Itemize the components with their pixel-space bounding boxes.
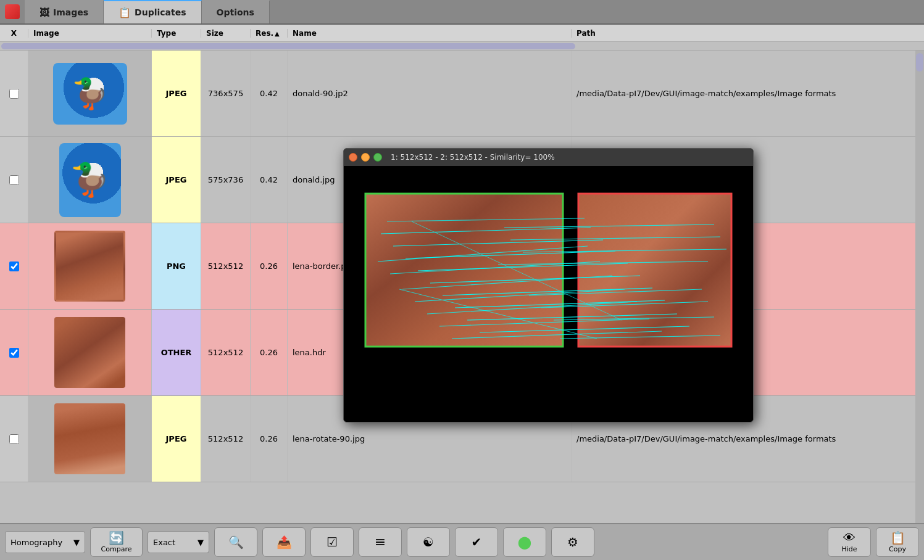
algorithm-dropdown-arrow: ▼ [73, 538, 80, 547]
col-header-x: X [0, 29, 28, 38]
export-button[interactable]: 📤 [262, 527, 306, 557]
multi-icon: ⚙ [567, 536, 578, 548]
hide-label: Hide [841, 545, 857, 553]
compare-button[interactable]: 🔄 Compare [90, 527, 143, 557]
row-size: 512x512 [201, 310, 251, 395]
tab-options-label: Options [217, 7, 254, 17]
balance-button[interactable]: ☯ [407, 527, 450, 557]
exact-label: Exact [153, 538, 175, 547]
multi-button[interactable]: ⚙ [551, 527, 594, 557]
tab-duplicates-icon: 📋 [119, 7, 131, 19]
popup-minimize-button[interactable] [361, 153, 370, 162]
circle-button[interactable]: ⬤ [503, 527, 546, 557]
popup-close-button[interactable] [349, 153, 357, 162]
row-type: PNG [152, 223, 201, 309]
column-header-row: X Image Type Size Res. Name Path [0, 25, 924, 42]
row-checkbox[interactable] [0, 223, 28, 309]
list-icon: ≡ [375, 535, 386, 549]
row-checkbox[interactable] [0, 310, 28, 395]
checkbox-row1[interactable] [9, 89, 19, 99]
row-res: 0.26 [251, 223, 288, 309]
thumbnail-image [54, 403, 125, 474]
row-checkbox[interactable] [0, 137, 28, 223]
row-type: OTHER [152, 310, 201, 395]
algorithm-select[interactable]: Homography ▼ [5, 531, 85, 553]
exact-select[interactable]: Exact ▼ [148, 531, 209, 553]
tab-images-label: Images [53, 7, 88, 17]
col-header-name: Name [288, 29, 572, 38]
list-button[interactable]: ≡ [359, 527, 402, 557]
col-header-res[interactable]: Res. [251, 29, 288, 38]
hide-button[interactable]: 👁 Hide [828, 527, 871, 557]
row-size: 736x575 [201, 51, 251, 136]
verify-icon: ✔ [472, 536, 482, 548]
copy-button[interactable]: 📋 Copy [876, 527, 919, 557]
svg-rect-1 [365, 194, 563, 347]
compare-label: Compare [101, 545, 132, 553]
tab-options[interactable]: Options [202, 0, 270, 23]
row-res: 0.42 [251, 137, 288, 223]
row-res: 0.42 [251, 51, 288, 136]
hscroll-thumb[interactable] [1, 43, 575, 49]
row-checkbox[interactable] [0, 396, 28, 482]
compare-icon: 🔄 [109, 532, 124, 544]
tab-duplicates[interactable]: 📋 Duplicates [104, 0, 201, 23]
comparison-popup: 1: 512x512 - 2: 512x512 - Similarity= 10… [343, 148, 754, 422]
checkbox-row3[interactable] [9, 261, 19, 271]
svg-rect-4 [578, 194, 731, 347]
checkbox-row4[interactable] [9, 348, 19, 358]
copy-icon: 📋 [890, 532, 905, 544]
col-header-size: Size [201, 29, 251, 38]
row-res: 0.26 [251, 396, 288, 482]
checkbox-row2[interactable] [9, 175, 19, 185]
tab-duplicates-label: Duplicates [135, 7, 186, 17]
horizontal-scrollbar[interactable] [0, 42, 924, 51]
row-thumbnail [28, 223, 152, 309]
vscroll-thumb[interactable] [916, 53, 923, 72]
row-size: 575x736 [201, 137, 251, 223]
checkbox-row5[interactable] [9, 434, 19, 444]
row-type: JPEG [152, 51, 201, 136]
exact-dropdown-arrow: ▼ [198, 538, 204, 547]
row-checkbox[interactable] [0, 51, 28, 136]
row-type: JPEG [152, 396, 201, 482]
popup-body [344, 166, 753, 422]
row-size: 512x512 [201, 223, 251, 309]
thumbnail-image: 🦆 [53, 63, 127, 125]
search-icon: 🔍 [228, 536, 244, 548]
tab-images[interactable]: 🖼 Images [25, 0, 104, 23]
thumbnail-image [54, 231, 125, 302]
row-name: donald-90.jp2 [288, 51, 572, 136]
popup-maximize-button[interactable] [373, 153, 382, 162]
app-icon-area [0, 0, 25, 23]
col-header-image: Image [28, 29, 152, 38]
row-thumbnail [28, 310, 152, 395]
table-row: 🦆 JPEG 736x575 0.42 donald-90.jp2 /media… [0, 51, 924, 137]
col-header-type: Type [152, 29, 201, 38]
titlebar: 🖼 Images 📋 Duplicates Options [0, 0, 924, 25]
thumbnail-icon: 🦆 [72, 76, 109, 111]
toolbar: Homography ▼ 🔄 Compare Exact ▼ 🔍 📤 ☑ ≡ ☯… [0, 523, 924, 560]
algorithm-label: Homography [10, 538, 62, 547]
col-header-path: Path [572, 29, 924, 38]
app-icon [5, 4, 20, 19]
verify-button[interactable]: ✔ [455, 527, 498, 557]
row-path: /media/Data-pI7/Dev/GUI/image-match/exam… [572, 51, 924, 136]
popup-titlebar: 1: 512x512 - 2: 512x512 - Similarity= 10… [344, 149, 753, 166]
hide-icon: 👁 [843, 532, 855, 544]
row-thumbnail [28, 396, 152, 482]
checklist-button[interactable]: ☑ [310, 527, 354, 557]
thumbnail-icon: 🦆 [70, 161, 110, 199]
export-icon: 📤 [277, 536, 292, 548]
row-type: JPEG [152, 137, 201, 223]
tab-images-icon: 🖼 [40, 7, 49, 19]
row-res: 0.26 [251, 310, 288, 395]
circle-icon: ⬤ [518, 536, 531, 548]
vertical-scrollbar[interactable] [915, 51, 924, 523]
row-thumbnail: 🦆 [28, 51, 152, 136]
thumbnail-image: 🦆 [59, 143, 121, 217]
row-thumbnail: 🦆 [28, 137, 152, 223]
row-size: 512x512 [201, 396, 251, 482]
popup-title: 1: 512x512 - 2: 512x512 - Similarity= 10… [391, 153, 555, 162]
search-button[interactable]: 🔍 [214, 527, 257, 557]
